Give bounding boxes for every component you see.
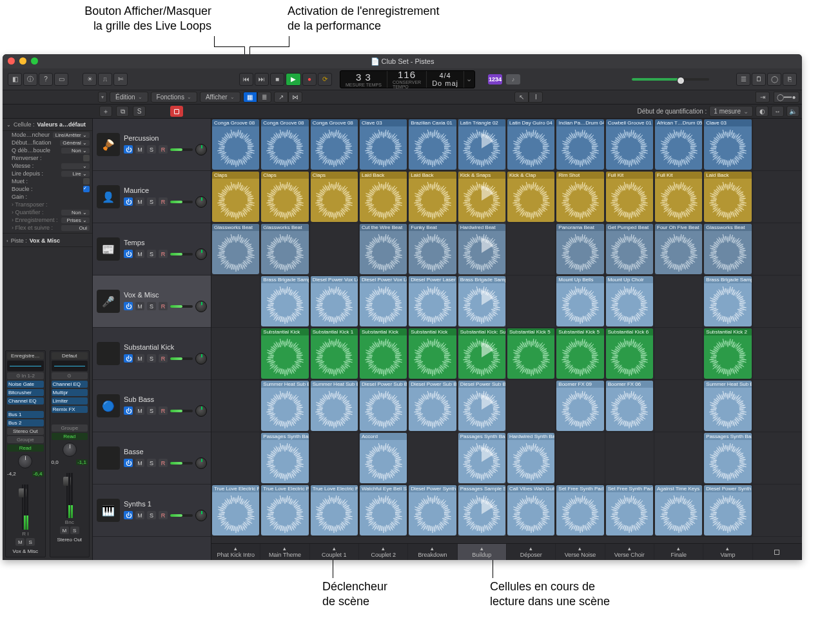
grid-cell[interactable]: Indian Pa…Drum 04 bbox=[556, 119, 605, 171]
grid-cell[interactable]: Diesel Power Synth L bbox=[703, 485, 752, 537]
tool-segment[interactable]: ↖ I bbox=[514, 92, 543, 103]
rec-enable-button[interactable]: R bbox=[159, 511, 168, 519]
flex-icon[interactable]: ⋈ bbox=[288, 92, 302, 103]
clip[interactable]: Hardwired Beat bbox=[458, 224, 505, 274]
track-volume[interactable] bbox=[170, 462, 193, 465]
clip[interactable]: Brass Brigade Sample bbox=[458, 276, 505, 326]
toolbar-icon[interactable]: ▭ bbox=[54, 73, 68, 86]
clip[interactable]: Laid Back bbox=[409, 172, 456, 222]
rec-enable-button[interactable]: R bbox=[159, 302, 168, 310]
scene-trigger[interactable] bbox=[753, 544, 802, 560]
track-header[interactable]: 🎤Vox & Misc⏻MSR bbox=[93, 275, 211, 328]
track-volume[interactable] bbox=[170, 253, 193, 255]
inspector-piste-header[interactable]: › Piste : Vox & Misc bbox=[3, 235, 92, 247]
grid-cell[interactable]: Substantial Kick bbox=[408, 328, 457, 380]
clip[interactable]: Call Vibes Wah Guita bbox=[507, 485, 554, 535]
grid-cell[interactable]: Call Vibes Wah Guita bbox=[507, 485, 556, 537]
grid-cell[interactable] bbox=[753, 328, 802, 380]
clip[interactable]: Kick & Snaps bbox=[458, 172, 505, 222]
grid-cell[interactable]: Summer Heat Sub Ba bbox=[260, 380, 309, 432]
grid-cell[interactable]: Cut the Wire Beat bbox=[359, 223, 408, 275]
grid-cell[interactable] bbox=[310, 432, 359, 485]
grid-cell[interactable]: Set Free Synth Pad bbox=[556, 485, 605, 537]
clip[interactable]: Brass Brigade Sample bbox=[261, 276, 308, 326]
stop-all-icon[interactable] bbox=[774, 550, 779, 555]
inspector-header[interactable]: ⌄ Cellule : Valeurs a…défaut bbox=[3, 119, 92, 131]
clip[interactable]: Glassworks Beat bbox=[704, 224, 751, 274]
grid-cell[interactable]: Full Kit bbox=[654, 171, 703, 223]
clip[interactable]: Passages Sample Sta bbox=[458, 485, 505, 535]
clip[interactable]: True Love Electric Pia bbox=[311, 485, 358, 535]
clip[interactable]: Glassworks Beat bbox=[261, 224, 308, 274]
track-pan[interactable] bbox=[195, 510, 207, 521]
moon-icon[interactable]: ◐ bbox=[756, 106, 768, 117]
clip[interactable]: Summer Heat Sub Ba bbox=[311, 381, 358, 431]
record-performance-button[interactable] bbox=[170, 106, 183, 117]
grid-cell[interactable]: Summer Heat Sub Ba bbox=[703, 380, 752, 432]
clip[interactable]: Conga Groove 08 bbox=[311, 119, 358, 170]
grid-cell[interactable]: Summer Heat Sub Ba bbox=[310, 380, 359, 432]
forward-icon[interactable]: ⏭ bbox=[255, 73, 269, 86]
master-volume[interactable] bbox=[632, 78, 709, 81]
power-button[interactable]: ⏻ bbox=[124, 250, 133, 258]
mute-button[interactable]: M bbox=[135, 459, 144, 467]
clip[interactable]: Claps bbox=[311, 172, 358, 222]
grid-cell[interactable]: Hardwired Beat bbox=[458, 223, 507, 275]
clip[interactable]: Diesel Power Vox Lea bbox=[311, 276, 358, 326]
solo-button[interactable]: S bbox=[147, 197, 156, 206]
grid-cell[interactable]: Clave 03 bbox=[359, 119, 408, 171]
grid-cell[interactable]: Funky Beat bbox=[408, 223, 457, 275]
grid-cell[interactable]: Kick & Clap bbox=[507, 171, 556, 223]
lcd-display[interactable]: 3 3MESURE TEMPS 116CONSERVER TEMPO 4/4Do… bbox=[340, 70, 475, 88]
clip[interactable]: Conga Groove 08 bbox=[212, 119, 259, 170]
mixer-icon[interactable]: ⎍ bbox=[98, 73, 112, 86]
grid-cell[interactable]: Full Kit bbox=[605, 171, 654, 223]
solo-button[interactable]: S bbox=[147, 302, 156, 310]
clip[interactable]: Claps bbox=[212, 172, 259, 222]
clip[interactable]: Glassworks Beat bbox=[212, 224, 259, 274]
clip[interactable]: Panorama Beat bbox=[556, 224, 603, 274]
scene-trigger[interactable]: ▴Vamp bbox=[703, 544, 752, 560]
scene-trigger[interactable]: ▴Buildup bbox=[458, 544, 507, 560]
grid-cell[interactable] bbox=[654, 328, 703, 380]
scene-trigger[interactable]: ▴Verse Choir bbox=[605, 544, 654, 560]
grid-cell[interactable]: Cowbell Groove 01 bbox=[605, 119, 654, 171]
solo-global-button[interactable]: S bbox=[133, 106, 146, 117]
grid-cell[interactable] bbox=[654, 275, 703, 328]
clip[interactable]: Diesel Power Vox Lea bbox=[360, 276, 407, 326]
mute-button[interactable]: M bbox=[135, 145, 144, 154]
grid-cell[interactable]: Clave 03 bbox=[703, 119, 752, 171]
rec-enable-button[interactable]: R bbox=[159, 354, 168, 363]
rec-enable-button[interactable]: R bbox=[159, 145, 168, 154]
library-icon[interactable]: ◧ bbox=[8, 73, 22, 86]
clip[interactable]: Substantial Kick 5 bbox=[507, 328, 554, 379]
track-header[interactable]: Substantial Kick⏻MSR bbox=[93, 328, 211, 380]
channel-strip-right[interactable]: Défaut ⊙ Channel EQ Multipr Limiter Remi… bbox=[50, 350, 90, 557]
track-volume[interactable] bbox=[170, 148, 193, 151]
grid-cell[interactable]: True Love Electric Pia bbox=[260, 485, 309, 537]
minimize-icon[interactable] bbox=[19, 57, 26, 65]
power-button[interactable]: ⏻ bbox=[124, 354, 133, 363]
grid-cell[interactable]: Hardwired Synth Bas bbox=[507, 432, 556, 485]
inspector-row[interactable]: › Transposer : bbox=[3, 201, 92, 208]
clip[interactable]: Substantial Kick 5 bbox=[556, 328, 603, 379]
grid-cell[interactable]: True Love Electric Pia bbox=[310, 485, 359, 537]
track-header[interactable]: 📰Temps⏻MSR bbox=[93, 223, 211, 275]
grid-cell[interactable]: Laid Back bbox=[359, 171, 408, 223]
track-volume[interactable] bbox=[170, 305, 193, 308]
grid-cell[interactable]: Claps bbox=[310, 171, 359, 223]
grid-cell[interactable] bbox=[753, 485, 802, 537]
record-button[interactable]: ● bbox=[302, 73, 317, 86]
clip[interactable]: Substantial Kick bbox=[360, 328, 407, 379]
notes-icon[interactable]: 🗒 bbox=[752, 73, 766, 86]
traffic-lights[interactable] bbox=[8, 57, 38, 65]
grid-cell[interactable]: Diesel Power Vox Lea bbox=[310, 275, 359, 328]
rec-enable-button[interactable]: R bbox=[159, 250, 168, 258]
grid-cell[interactable]: Conga Groove 08 bbox=[260, 119, 309, 171]
grid-cell[interactable] bbox=[654, 432, 703, 485]
scissors-icon[interactable]: ✄ bbox=[113, 73, 128, 86]
grid-cell[interactable]: Brazilian Caxia 01 bbox=[408, 119, 457, 171]
quantize-start[interactable]: Début de quantification : 1 mesure⌄ ◐ ↔ … bbox=[637, 106, 799, 117]
inspector-row[interactable]: Muet : bbox=[3, 177, 92, 185]
grid-cell[interactable]: Passages Synth Bass bbox=[703, 432, 752, 485]
